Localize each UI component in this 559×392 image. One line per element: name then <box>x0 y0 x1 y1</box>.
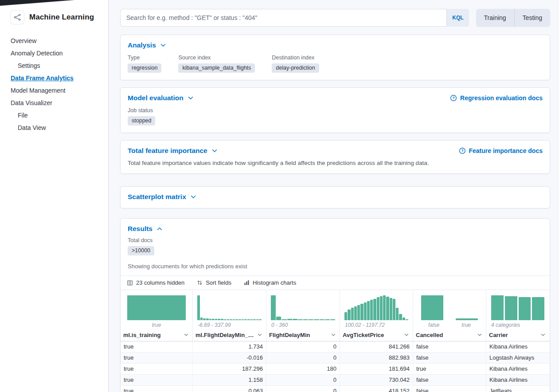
sidebar-item-model-management[interactable]: Model Management <box>0 84 108 97</box>
results-collapse-toggle[interactable]: Results <box>128 225 163 233</box>
cell-avg_ticket_price: 730.042 <box>340 375 413 385</box>
column-actions-chevron-icon[interactable] <box>403 331 410 338</box>
search-input[interactable] <box>120 9 446 27</box>
histogram-bar <box>421 295 443 320</box>
histogram-bar <box>276 317 281 320</box>
cell-flight_delay_min_pred: 0.063 <box>193 386 266 392</box>
scatterplot-collapse-toggle[interactable]: Scatterplot matrix <box>128 193 196 201</box>
column-actions-chevron-icon[interactable] <box>256 331 263 338</box>
feature-importance-docs-link[interactable]: ? Feature importance docs <box>459 147 543 154</box>
cancelled-histogram <box>416 294 483 320</box>
histogram-charts-button[interactable]: Histogram charts <box>244 279 296 286</box>
sidebar-item-settings[interactable]: Settings <box>0 59 108 72</box>
table-row: true187.296180181.694trueKibana Airlines <box>121 364 550 375</box>
histogram-bar <box>399 314 402 320</box>
column-actions-chevron-icon[interactable] <box>476 331 483 338</box>
sidebar-item-data-view[interactable]: Data View <box>0 122 108 134</box>
results-panel: Results Total docs >10000 Showing docume… <box>120 218 550 392</box>
sort-fields-label: Sort fields <box>206 279 231 286</box>
training-testing-toggle: Training Testing <box>476 9 550 27</box>
column-header-cancelled: falsetrueCancelled <box>413 290 486 341</box>
histogram-icon <box>244 280 250 286</box>
histogram-bar <box>293 319 297 320</box>
histogram-bar <box>519 297 531 320</box>
histogram-bar <box>370 300 373 320</box>
histogram-bar <box>344 312 347 320</box>
search-bar: KQL <box>120 9 469 27</box>
cell-avg_ticket_price: 882.983 <box>340 353 413 363</box>
analysis-title: Analysis <box>128 41 156 49</box>
histogram-bar <box>244 319 247 320</box>
columns-hidden-button[interactable]: 23 columns hidden <box>127 279 184 286</box>
histogram-bar <box>383 295 386 320</box>
table-row: true-0.0160882.983falseLogstash Airways <box>121 353 550 364</box>
field-label: Type <box>128 55 161 61</box>
flight_delay_min_pred-histogram <box>195 294 263 320</box>
analysis-type-field: Type regression <box>128 55 161 73</box>
histogram-bar <box>127 295 186 320</box>
histogram-bar <box>215 319 218 320</box>
total-docs-badge: >10000 <box>128 246 154 255</box>
histogram-charts-label: Histogram charts <box>253 279 296 286</box>
histogram-bar <box>386 297 389 320</box>
histogram-bar <box>320 319 324 320</box>
feature-importance-collapse-toggle[interactable]: Total feature importance <box>128 147 218 155</box>
training-button[interactable]: Training <box>476 9 514 27</box>
analysis-type-badge: regression <box>128 63 161 73</box>
chevron-down-icon <box>211 148 218 154</box>
sidebar-nav: OverviewAnomaly DetectionSettingsData Fr… <box>0 35 108 134</box>
testing-button[interactable]: Testing <box>514 9 550 27</box>
cell-is_training: true <box>121 364 193 374</box>
regression-evaluation-docs-link[interactable]: ? Regression evaluation docs <box>450 94 543 102</box>
cell-avg_ticket_price: 181.694 <box>340 364 413 374</box>
column-actions-chevron-icon[interactable] <box>183 331 190 338</box>
sidebar-item-file[interactable]: File <box>0 109 108 122</box>
svg-text:?: ? <box>461 149 463 153</box>
column-actions-chevron-icon[interactable] <box>330 331 337 338</box>
histogram-bar <box>197 295 200 320</box>
sort-icon <box>197 280 203 286</box>
histogram-bar <box>351 308 354 320</box>
cell-cancelled: false <box>413 353 486 363</box>
grid-toolbar: 23 columns hidden Sort fields Histogram … <box>121 275 550 290</box>
histogram-bar <box>227 319 229 320</box>
svg-text:?: ? <box>452 96 454 100</box>
histogram-bar <box>357 305 360 320</box>
sidebar-item-data-frame-analytics[interactable]: Data Frame Analytics <box>0 72 108 84</box>
histogram-bar <box>396 308 399 320</box>
model-evaluation-collapse-toggle[interactable]: Model evaluation <box>128 94 194 102</box>
destination-index-badge: delay-prediction <box>272 63 319 73</box>
cell-cancelled: false <box>413 386 486 392</box>
cell-flight_delay_min_pred: 1.158 <box>193 375 266 385</box>
column-header-carrier: 4 categoriesCarrier <box>486 290 549 341</box>
histogram-bar <box>247 319 250 320</box>
column-header-is_training: trueml.is_training <box>121 290 193 341</box>
histogram-bar <box>393 299 395 320</box>
sidebar-item-overview[interactable]: Overview <box>0 35 108 47</box>
sidebar-item-anomaly-detection[interactable]: Anomaly Detection <box>0 47 108 59</box>
app-root: Machine Learning OverviewAnomaly Detecti… <box>0 0 559 392</box>
cell-carrier: Logstash Airways <box>486 353 549 363</box>
cell-carrier: JetBeats <box>486 386 549 392</box>
carrier-range-label: 4 categories <box>489 320 547 331</box>
sort-fields-button[interactable]: Sort fields <box>197 279 231 286</box>
histogram-bar <box>303 319 308 320</box>
kql-language-button[interactable]: KQL <box>446 9 469 27</box>
avg_ticket_price-range-label: 100.02 - 1197.72 <box>343 320 410 331</box>
main-content: KQL Training Testing Analysis Type <box>109 0 559 392</box>
top-bar: KQL Training Testing <box>120 9 550 27</box>
cell-flight_delay_min_pred: -0.016 <box>193 353 266 363</box>
histogram-bar <box>491 295 504 320</box>
is_training-range-label: true <box>123 320 190 331</box>
histogram-bar <box>203 318 206 320</box>
histogram-bar <box>456 318 478 320</box>
scatterplot-matrix-panel: Scatterplot matrix <box>120 186 550 208</box>
sidebar-item-data-visualizer[interactable]: Data Visualizer <box>0 97 108 109</box>
histogram-bar <box>224 319 227 320</box>
column-title-flight_delay_min: FlightDelayMin <box>269 332 310 338</box>
histogram-bar <box>380 296 383 320</box>
histogram-bar <box>230 319 232 320</box>
feature-importance-title: Total feature importance <box>128 147 207 155</box>
column-actions-chevron-icon[interactable] <box>539 331 547 338</box>
analysis-collapse-toggle[interactable]: Analysis <box>128 41 166 49</box>
